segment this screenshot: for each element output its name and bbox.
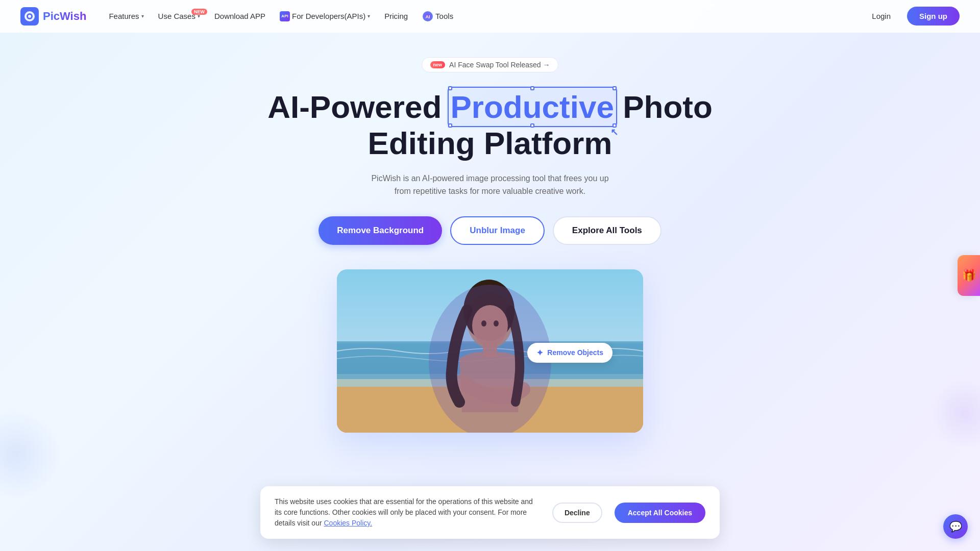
login-button[interactable]: Login: [864, 8, 899, 24]
hero-section: new AI Face Swap Tool Released → AI-Powe…: [0, 33, 980, 449]
remove-objects-tooltip[interactable]: ✦ Remove Objects: [527, 343, 612, 363]
nav-for-developers[interactable]: API For Developers(APIs) ▾: [274, 7, 376, 26]
demo-image: ✦ Remove Objects: [337, 269, 643, 433]
selection-handle-tm: [530, 86, 534, 90]
chat-button[interactable]: 💬: [943, 514, 968, 539]
hero-title-highlight: Productive ↖: [451, 89, 614, 125]
api-icon: API: [280, 11, 290, 21]
nav-download-app[interactable]: Download APP: [208, 8, 272, 24]
nav-right: Login Sign up: [864, 7, 960, 26]
nav-pricing[interactable]: Pricing: [378, 8, 414, 24]
cookie-banner: This website uses cookies that are essen…: [260, 486, 720, 539]
remove-objects-label: Remove Objects: [547, 348, 603, 357]
side-gift-button[interactable]: 🎁: [958, 255, 980, 296]
use-cases-badge: NEW: [191, 9, 207, 15]
developers-chevron-icon: ▾: [368, 13, 370, 19]
api-badge: API: [280, 11, 290, 21]
chat-icon: 💬: [949, 520, 962, 533]
selection-handle-tr: [612, 86, 617, 90]
signup-button[interactable]: Sign up: [907, 7, 960, 26]
selection-handle-bl: [448, 123, 452, 128]
hero-title-prefix: AI-Powered: [267, 89, 450, 124]
demo-container: ✦ Remove Objects: [337, 269, 643, 433]
nav-features[interactable]: Features ▾: [103, 8, 150, 24]
cta-buttons: Remove Background Unblur Image Explore A…: [318, 216, 662, 245]
svg-text:AI: AI: [426, 14, 430, 19]
accept-cookies-button[interactable]: Accept All Cookies: [615, 503, 705, 523]
selection-handle-tl: [448, 86, 452, 90]
unblur-image-button[interactable]: Unblur Image: [450, 216, 545, 245]
announcement-bar[interactable]: new AI Face Swap Tool Released →: [422, 57, 559, 72]
logo-text: PicWish: [43, 10, 86, 23]
decline-cookies-button[interactable]: Decline: [552, 503, 602, 523]
logo[interactable]: PicWish: [20, 7, 86, 26]
cookie-text: This website uses cookies that are essen…: [275, 496, 540, 529]
nav-links: Features ▾ Use Cases NEW ▾ Download APP …: [103, 7, 864, 26]
magic-wand-icon: ✦: [536, 348, 543, 358]
nav-tools[interactable]: AI Tools: [416, 7, 459, 26]
ai-tools-icon: AI: [422, 11, 433, 22]
announcement-badge: new: [430, 61, 446, 68]
remove-background-button[interactable]: Remove Background: [318, 216, 442, 245]
features-chevron-icon: ▾: [141, 13, 144, 19]
logo-icon: [20, 7, 39, 26]
announcement-text: AI Face Swap Tool Released →: [449, 61, 550, 69]
svg-point-3: [28, 15, 31, 18]
explore-all-tools-button[interactable]: Explore All Tools: [553, 216, 662, 245]
navbar: PicWish Features ▾ Use Cases NEW ▾ Downl…: [0, 0, 980, 33]
nav-use-cases[interactable]: Use Cases NEW ▾: [152, 8, 206, 24]
cursor-icon: ↖: [610, 127, 618, 138]
hero-subtitle: PicWish is an AI-powered image processin…: [362, 172, 618, 198]
hero-title: AI-Powered Productive ↖ Photo Editing Pl…: [260, 89, 720, 162]
selection-handle-bm: [530, 123, 534, 128]
cookies-policy-link[interactable]: Cookies Policy.: [324, 519, 372, 527]
